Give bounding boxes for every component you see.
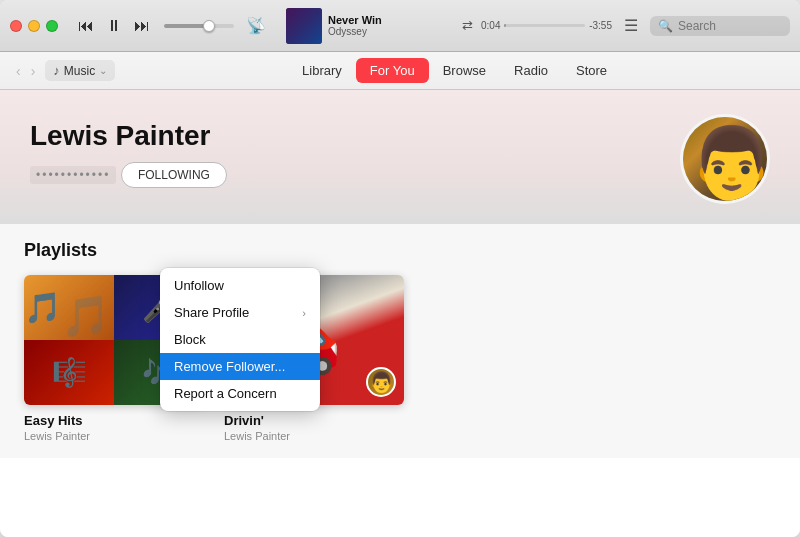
cover-cell-1: 🎵	[24, 275, 114, 340]
context-menu-report[interactable]: Report a Concern	[160, 380, 320, 407]
playlists-section: Playlists 🎵 🎤 🎼 🎶 Easy Hits Lewis Painte…	[0, 224, 800, 458]
playlist-author-easy-hits: Lewis Painter	[24, 430, 204, 442]
back-button[interactable]: ‹	[12, 61, 25, 81]
volume-thumb	[203, 20, 215, 32]
context-menu-block[interactable]: Block	[160, 326, 320, 353]
time-elapsed: 0:04	[481, 20, 500, 31]
playlists-title: Playlists	[24, 240, 776, 261]
titlebar: ⏮ ⏸ ⏭ 📡 Never Win Odyssey ⇄ 0:04 -3:55 ☰…	[0, 0, 800, 52]
playlist-grid: 🎵 🎤 🎼 🎶 Easy Hits Lewis Painter 👨	[24, 275, 776, 442]
progress-fill	[504, 24, 506, 27]
volume-slider[interactable]	[164, 24, 234, 28]
airplay-button[interactable]: 📡	[246, 16, 266, 35]
share-label: Share Profile	[174, 305, 249, 320]
tab-radio[interactable]: Radio	[500, 58, 562, 83]
context-menu-share[interactable]: Share Profile ›	[160, 299, 320, 326]
album-art-thumbnail	[286, 8, 322, 44]
context-menu-unfollow[interactable]: Unfollow	[160, 272, 320, 299]
minimize-button[interactable]	[28, 20, 40, 32]
close-button[interactable]	[10, 20, 22, 32]
drivin-user-avatar: 👨	[366, 367, 396, 397]
chevron-down-icon: ⌄	[99, 65, 107, 76]
song-info: Never Win Odyssey	[328, 14, 382, 37]
traffic-lights	[10, 20, 58, 32]
shuffle-button[interactable]: ⇄	[462, 18, 473, 33]
search-box[interactable]: 🔍	[650, 16, 790, 36]
music-icon: ♪	[53, 63, 60, 78]
avatar	[680, 114, 770, 204]
tab-library[interactable]: Library	[288, 58, 356, 83]
progress-area: 0:04 -3:55	[481, 20, 612, 31]
tab-browse[interactable]: Browse	[429, 58, 500, 83]
playlist-name-easy-hits: Easy Hits	[24, 413, 204, 428]
profile-email: ••••••••••••	[30, 166, 116, 184]
song-title: Never Win	[328, 14, 382, 26]
avatar-image	[683, 117, 767, 201]
search-input[interactable]	[678, 19, 778, 33]
pause-button[interactable]: ⏸	[104, 15, 124, 37]
remove-follower-label: Remove Follower...	[174, 359, 285, 374]
playlist-name-drivin: Drivin'	[224, 413, 404, 428]
profile-name: Lewis Painter	[30, 120, 227, 152]
unfollow-label: Unfollow	[174, 278, 224, 293]
now-playing-area: Never Win Odyssey	[286, 8, 446, 44]
menu-button[interactable]: ☰	[620, 12, 642, 39]
app-window: ⏮ ⏸ ⏭ 📡 Never Win Odyssey ⇄ 0:04 -3:55 ☰…	[0, 0, 800, 537]
search-icon: 🔍	[658, 19, 673, 33]
context-menu: Unfollow Share Profile › Block Remove Fo…	[160, 268, 320, 411]
time-remaining: -3:55	[589, 20, 612, 31]
playlist-author-drivin: Lewis Painter	[224, 430, 404, 442]
transport-controls: ⏮ ⏸ ⏭	[76, 15, 152, 37]
location-label: Music	[64, 64, 95, 78]
rewind-button[interactable]: ⏮	[76, 15, 96, 37]
location-pill[interactable]: ♪ Music ⌄	[45, 60, 115, 81]
tab-foryou[interactable]: For You	[356, 58, 429, 83]
maximize-button[interactable]	[46, 20, 58, 32]
progress-bar[interactable]	[504, 24, 585, 27]
navbar: ‹ › ♪ Music ⌄ Library For You Browse Rad…	[0, 52, 800, 90]
profile-header: Lewis Painter •••••••••••• FOLLOWING	[0, 90, 800, 224]
profile-info: Lewis Painter •••••••••••• FOLLOWING	[30, 120, 227, 198]
submenu-arrow-icon: ›	[302, 307, 306, 319]
song-artist: Odyssey	[328, 26, 382, 37]
fast-forward-button[interactable]: ⏭	[132, 15, 152, 37]
context-menu-remove-follower[interactable]: Remove Follower...	[160, 353, 320, 380]
block-label: Block	[174, 332, 206, 347]
report-concern-label: Report a Concern	[174, 386, 277, 401]
tab-store[interactable]: Store	[562, 58, 621, 83]
forward-button[interactable]: ›	[27, 61, 40, 81]
nav-arrows: ‹ ›	[12, 61, 39, 81]
cover-cell-3: 🎼	[24, 340, 114, 405]
following-button[interactable]: FOLLOWING	[121, 162, 227, 188]
nav-tabs: Library For You Browse Radio Store	[288, 58, 621, 83]
main-content: Lewis Painter •••••••••••• FOLLOWING Unf…	[0, 90, 800, 537]
